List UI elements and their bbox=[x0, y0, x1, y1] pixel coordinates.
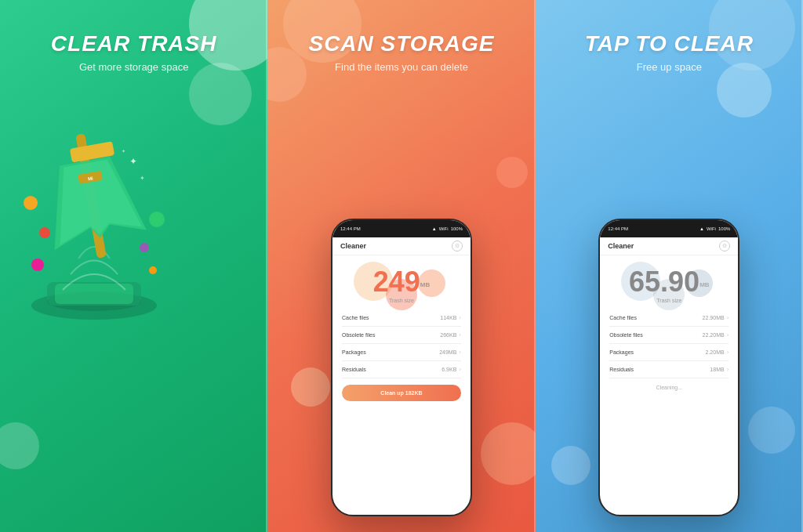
broom-illustration: Mi ✦ ✦ ✦ bbox=[16, 102, 173, 321]
file-list-tap: Cache files 22.90MB› Obsolete files 22.2… bbox=[609, 309, 729, 378]
panel-subtitle: Find the items you can delete bbox=[308, 61, 494, 73]
scan-storage-panel: SCAN STORAGE Find the items you can dele… bbox=[267, 0, 535, 532]
phone-mockup-scan: 12:44 PM ▲ WiFi 100% Cleaner ⚙ 249MB bbox=[331, 219, 472, 516]
arrow-icon: › bbox=[727, 314, 729, 321]
arrow-icon: › bbox=[459, 331, 461, 338]
arrow-icon: › bbox=[727, 331, 729, 338]
decorative-ball bbox=[140, 243, 149, 252]
decorative-blob bbox=[748, 407, 795, 454]
settings-icon[interactable]: ⚙ bbox=[452, 241, 463, 252]
trash-unit: MB bbox=[420, 281, 430, 288]
file-item-obsolete: Obsolete files 22.20MB› bbox=[609, 327, 729, 344]
svg-text:Mi: Mi bbox=[88, 176, 94, 181]
arrow-icon: › bbox=[459, 349, 461, 356]
decorative-blob bbox=[496, 157, 528, 188]
panel-header: SCAN STORAGE Find the items you can dele… bbox=[308, 0, 494, 73]
file-item-residuals: Residuals 6.9KB› bbox=[342, 361, 461, 378]
phone-mockup-tap: 12:44 PM ▲ WiFi 100% Cleaner ⚙ 65.90MB bbox=[598, 219, 739, 516]
decorative-blob bbox=[481, 422, 536, 485]
arrow-icon: › bbox=[727, 366, 729, 373]
file-name: Residuals bbox=[342, 367, 366, 372]
svg-text:✦: ✦ bbox=[140, 175, 145, 182]
file-name: Packages bbox=[342, 349, 366, 355]
file-item-packages: Packages 2.20MB› bbox=[609, 344, 729, 361]
panel-header: TAP TO CLEAR Free up space bbox=[585, 0, 754, 73]
tap-to-clear-panel: TAP TO CLEAR Free up space 12:44 PM ▲ Wi… bbox=[536, 0, 803, 532]
app-title-tap: Cleaner bbox=[608, 242, 634, 250]
panel-title: CLEAR TRASH bbox=[51, 31, 217, 56]
settings-icon[interactable]: ⚙ bbox=[719, 241, 730, 252]
file-size: 114KB bbox=[440, 315, 456, 320]
panel-title: SCAN STORAGE bbox=[308, 31, 494, 56]
clean-up-button[interactable]: Clean up 182KB bbox=[342, 385, 461, 401]
file-item-cache: Cache files 22.90MB› bbox=[609, 309, 729, 327]
file-list-scan: Cache files 114KB› Obsolete files 266KB›… bbox=[342, 309, 461, 378]
decorative-ball bbox=[39, 227, 50, 238]
decorative-ball bbox=[149, 212, 165, 227]
file-name: Cache files bbox=[342, 315, 369, 320]
file-item-packages: Packages 249MB› bbox=[342, 344, 461, 361]
arrow-icon: › bbox=[459, 366, 461, 373]
phone-notch: 12:44 PM ▲ WiFi 100% bbox=[332, 220, 471, 237]
trash-size-number: 249 bbox=[373, 266, 420, 298]
file-name: Packages bbox=[609, 349, 634, 355]
decorative-ball bbox=[149, 266, 157, 274]
file-name: Obsolete files bbox=[609, 332, 642, 338]
file-size: 22.20MB bbox=[703, 332, 725, 338]
file-size: 2.20MB bbox=[706, 349, 725, 355]
phone-notch: 12:44 PM ▲ WiFi 100% bbox=[600, 220, 738, 237]
file-name: Residuals bbox=[609, 367, 634, 372]
panel-subtitle: Free up space bbox=[585, 61, 754, 73]
panel-subtitle: Get more storage space bbox=[51, 61, 217, 73]
panel-header: CLEAR TRASH Get more storage space bbox=[51, 0, 217, 73]
arrow-icon: › bbox=[459, 314, 461, 321]
file-size: 266KB bbox=[440, 332, 456, 338]
file-size: 18MB bbox=[710, 367, 724, 372]
file-size: 249MB bbox=[439, 349, 456, 355]
decorative-ball bbox=[24, 196, 38, 210]
phone-time: 12:44 PM bbox=[608, 226, 628, 231]
arrow-icon: › bbox=[727, 349, 729, 356]
trash-label: Trash size bbox=[609, 298, 729, 303]
clear-trash-panel: CLEAR TRASH Get more storage space bbox=[0, 0, 267, 532]
decorative-blob bbox=[291, 367, 330, 407]
decorative-ball bbox=[31, 259, 44, 271]
app-title-scan: Cleaner bbox=[340, 242, 366, 250]
panel-title: TAP TO CLEAR bbox=[585, 31, 754, 56]
file-item-obsolete: Obsolete files 266KB› bbox=[342, 327, 461, 344]
svg-text:✦: ✦ bbox=[122, 149, 125, 154]
file-name: Cache files bbox=[609, 315, 637, 320]
cleaning-status: Cleaning... bbox=[609, 378, 729, 396]
decorative-blob bbox=[551, 446, 590, 485]
file-size: 22.90MB bbox=[703, 315, 725, 320]
decorative-blob bbox=[0, 422, 39, 469]
file-name: Obsolete files bbox=[342, 332, 375, 338]
phone-time: 12:44 PM bbox=[340, 226, 361, 231]
trash-unit: MB bbox=[699, 281, 709, 288]
file-item-residuals: Residuals 18MB› bbox=[609, 361, 729, 378]
file-item-cache: Cache files 114KB› bbox=[342, 309, 461, 327]
trash-label: Trash size bbox=[342, 298, 461, 303]
svg-text:✦: ✦ bbox=[129, 156, 137, 167]
trash-size-number: 65.90 bbox=[629, 266, 699, 298]
file-size: 6.9KB bbox=[441, 367, 456, 372]
